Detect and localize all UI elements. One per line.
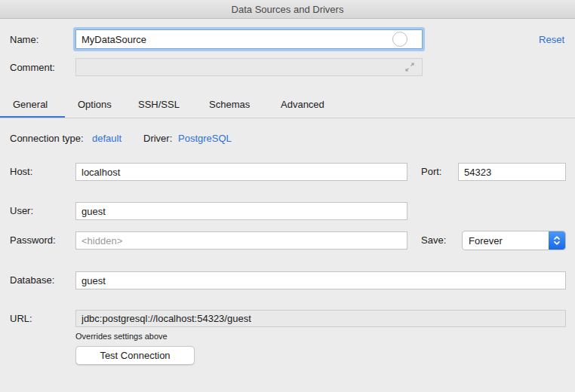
password-label: Password: [10,234,56,246]
name-label: Name: [10,34,38,45]
user-input[interactable] [75,202,407,220]
comment-label: Comment: [10,62,55,73]
host-label: Host: [10,166,32,177]
save-dropdown[interactable]: Forever [462,231,566,250]
tab-schemas[interactable]: Schemas [209,99,250,110]
host-input[interactable] [75,163,407,181]
save-label: Save: [421,234,446,246]
tab-separator [0,118,575,118]
database-label: Database: [10,274,54,286]
connection-type-label: Connection type: [10,133,84,144]
port-input[interactable] [458,163,566,181]
user-label: User: [10,205,33,216]
name-input[interactable] [75,29,423,49]
database-input[interactable] [75,271,566,289]
url-label: URL: [10,313,32,324]
tab-advanced[interactable]: Advanced [281,99,324,110]
password-input[interactable] [75,231,407,250]
progress-circle-icon [392,32,407,47]
tab-options[interactable]: Options [78,99,112,110]
reset-link[interactable]: Reset [539,34,564,45]
driver-link[interactable]: PostgreSQL [178,133,232,144]
test-connection-button[interactable]: Test Connection [75,346,195,365]
expand-icon[interactable] [404,62,415,72]
titlebar[interactable]: Data Sources and Drivers [0,0,575,19]
comment-input[interactable] [75,58,423,76]
up-down-chevrons-icon [549,231,565,250]
data-sources-dialog: Data Sources and Drivers Name: Reset Com… [0,0,575,392]
port-label: Port: [421,166,441,177]
window-title: Data Sources and Drivers [232,4,344,15]
url-input[interactable] [75,310,566,327]
save-dropdown-value: Forever [463,235,549,247]
connection-type-link[interactable]: default [92,133,121,144]
driver-label: Driver: [143,133,172,144]
url-note: Overrides settings above [75,332,168,341]
tab-ssh-ssl[interactable]: SSH/SSL [138,99,180,110]
tab-general[interactable]: General [13,99,48,110]
